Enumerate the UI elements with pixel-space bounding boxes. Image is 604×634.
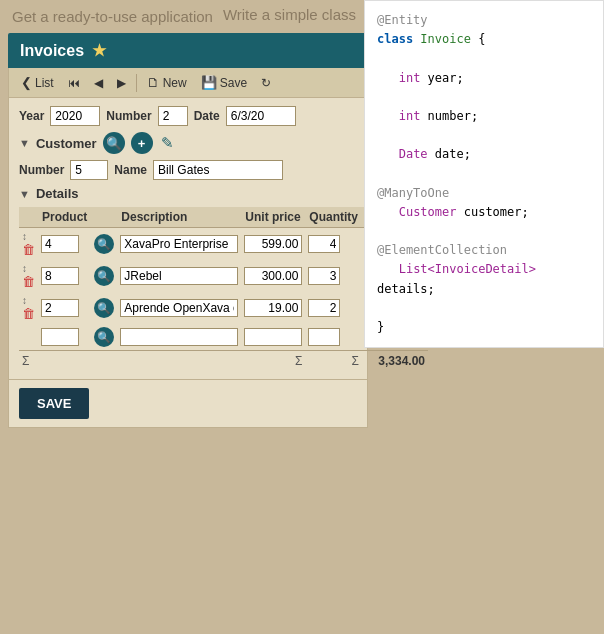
price-cell-3 bbox=[241, 324, 305, 351]
row-actions-0: ↕ 🗑 bbox=[19, 228, 38, 261]
details-section: ▼ Details Product Description Unit price… bbox=[19, 186, 357, 371]
code-line-9: List<InvoiceDetail> details; bbox=[377, 260, 591, 298]
product-input-2[interactable] bbox=[41, 299, 79, 317]
col-actions bbox=[19, 207, 38, 228]
row-search-button-3[interactable]: 🔍 bbox=[94, 327, 114, 347]
year-input[interactable] bbox=[50, 106, 100, 126]
main-fields-row: Year Number Date bbox=[19, 106, 357, 126]
customer-toggle[interactable]: ▼ bbox=[19, 137, 30, 149]
first-button[interactable]: ⏮ bbox=[62, 73, 86, 93]
code-line-7: Customer customer; bbox=[377, 203, 591, 222]
favorite-icon[interactable]: ★ bbox=[92, 41, 106, 60]
row-actions-1: ↕ 🗑 bbox=[19, 260, 38, 292]
qty-input-1[interactable] bbox=[308, 267, 340, 285]
sort-button-2[interactable]: ↕ bbox=[22, 295, 27, 306]
price-cell-0 bbox=[241, 228, 305, 261]
row-search-button-1[interactable]: 🔍 bbox=[94, 266, 114, 286]
save-bar: SAVE bbox=[8, 380, 368, 428]
search-cell-0: 🔍 bbox=[91, 228, 117, 261]
qty-cell-3 bbox=[305, 324, 362, 351]
delete-button-1[interactable]: 🗑 bbox=[22, 274, 35, 289]
search-cell-3: 🔍 bbox=[91, 324, 117, 351]
price-input-2[interactable] bbox=[244, 299, 302, 317]
desc-cell-1 bbox=[117, 260, 241, 292]
details-toggle[interactable]: ▼ bbox=[19, 188, 30, 200]
product-input-0[interactable] bbox=[41, 235, 79, 253]
customer-number-input[interactable] bbox=[70, 160, 108, 180]
list-label: List bbox=[35, 76, 54, 90]
number-label: Number bbox=[106, 109, 151, 123]
desc-input-1[interactable] bbox=[120, 267, 238, 285]
price-input-3[interactable] bbox=[244, 328, 302, 346]
price-input-0[interactable] bbox=[244, 235, 302, 253]
code-description: Write a simple class bbox=[223, 6, 356, 23]
toolbar: ❮ List ⏮ ◀ ▶ 🗋 New 💾 Save ↻ bbox=[8, 68, 368, 98]
new-button[interactable]: 🗋 New bbox=[141, 72, 193, 93]
date-input[interactable] bbox=[226, 106, 296, 126]
col-search-header bbox=[91, 207, 117, 228]
number-input[interactable] bbox=[158, 106, 188, 126]
next-button[interactable]: ▶ bbox=[111, 73, 132, 93]
row-search-button-0[interactable]: 🔍 bbox=[94, 234, 114, 254]
code-line-6: @ManyToOne bbox=[377, 184, 591, 203]
code-line-8: @ElementCollection bbox=[377, 241, 591, 260]
code-line-10: } bbox=[377, 318, 591, 337]
code-line-blank-6 bbox=[377, 299, 591, 318]
product-input-3[interactable] bbox=[41, 328, 79, 346]
col-product-header: Product bbox=[38, 207, 91, 228]
refresh-button[interactable]: ↻ bbox=[255, 73, 277, 93]
delete-button-2[interactable]: 🗑 bbox=[22, 306, 35, 321]
code-line-2: class Invoice { bbox=[377, 30, 591, 49]
code-line-blank-5 bbox=[377, 222, 591, 241]
desc-cell-0 bbox=[117, 228, 241, 261]
qty-input-2[interactable] bbox=[308, 299, 340, 317]
row-actions-3 bbox=[19, 324, 38, 351]
desc-input-3[interactable] bbox=[120, 328, 238, 346]
save-label: Save bbox=[220, 76, 247, 90]
year-label: Year bbox=[19, 109, 44, 123]
refresh-icon: ↻ bbox=[261, 76, 271, 90]
save-main-button[interactable]: SAVE bbox=[19, 388, 89, 419]
code-line-3: int year; bbox=[377, 69, 591, 88]
customer-name-input[interactable] bbox=[153, 160, 283, 180]
product-input-1[interactable] bbox=[41, 267, 79, 285]
qty-cell-0 bbox=[305, 228, 362, 261]
form-area: Year Number Date ▼ Customer 🔍 + ✎ Number… bbox=[8, 98, 368, 380]
code-line-1: @Entity bbox=[377, 11, 591, 30]
delete-button-0[interactable]: 🗑 bbox=[22, 242, 35, 257]
sum-empty-2 bbox=[117, 351, 241, 372]
desc-input-0[interactable] bbox=[120, 235, 238, 253]
code-line-4: int number; bbox=[377, 107, 591, 126]
customer-add-button[interactable]: + bbox=[131, 132, 153, 154]
code-line-5: Date date; bbox=[377, 145, 591, 164]
customer-search-button[interactable]: 🔍 bbox=[103, 132, 125, 154]
customer-edit-button[interactable]: ✎ bbox=[159, 134, 176, 152]
prev-button[interactable]: ◀ bbox=[88, 73, 109, 93]
sum-label-3: Σ bbox=[305, 351, 362, 372]
sum-row: Σ Σ Σ 3,334.00 bbox=[19, 351, 428, 372]
first-icon: ⏮ bbox=[68, 76, 80, 90]
customer-number-label: Number bbox=[19, 163, 64, 177]
save-toolbar-button[interactable]: 💾 Save bbox=[195, 72, 253, 93]
col-qty-header: Quantity bbox=[305, 207, 362, 228]
price-cell-2 bbox=[241, 292, 305, 324]
search-cell-1: 🔍 bbox=[91, 260, 117, 292]
total-amount: 3,334.00 bbox=[362, 351, 428, 372]
prev-icon: ◀ bbox=[94, 76, 103, 90]
code-line-blank-2 bbox=[377, 88, 591, 107]
sort-button-0[interactable]: ↕ bbox=[22, 231, 27, 242]
customer-name-label: Name bbox=[114, 163, 147, 177]
row-search-button-2[interactable]: 🔍 bbox=[94, 298, 114, 318]
product-cell-3 bbox=[38, 324, 91, 351]
qty-input-3[interactable] bbox=[308, 328, 340, 346]
desc-input-2[interactable] bbox=[120, 299, 238, 317]
code-line-blank-1 bbox=[377, 49, 591, 68]
code-line-blank-4 bbox=[377, 165, 591, 184]
list-button[interactable]: ❮ List bbox=[15, 72, 60, 93]
price-cell-1 bbox=[241, 260, 305, 292]
price-input-1[interactable] bbox=[244, 267, 302, 285]
qty-input-0[interactable] bbox=[308, 235, 340, 253]
sort-button-1[interactable]: ↕ bbox=[22, 263, 27, 274]
product-cell-1 bbox=[38, 260, 91, 292]
sum-empty-1 bbox=[91, 351, 117, 372]
